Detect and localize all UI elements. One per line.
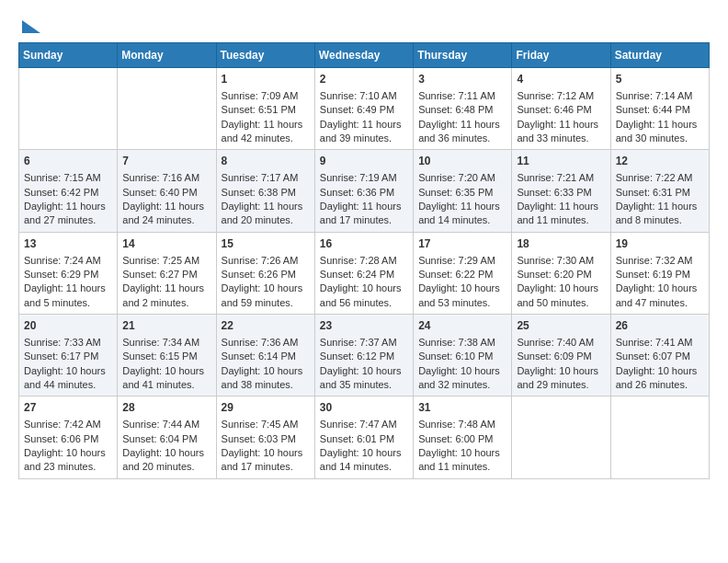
calendar-cell: 18Sunrise: 7:30 AMSunset: 6:20 PMDayligh… <box>512 232 610 314</box>
calendar-cell: 20Sunrise: 7:33 AMSunset: 6:17 PMDayligh… <box>19 315 118 396</box>
calendar-cell: 14Sunrise: 7:25 AMSunset: 6:27 PMDayligh… <box>118 232 216 314</box>
calendar-cell: 31Sunrise: 7:48 AMSunset: 6:00 PMDayligh… <box>414 396 512 478</box>
sunrise-text: Sunrise: 7:24 AM <box>24 255 101 266</box>
sunset-text: Sunset: 6:06 PM <box>24 433 98 444</box>
sunset-text: Sunset: 6:33 PM <box>517 187 591 198</box>
day-number: 9 <box>320 154 408 169</box>
sunrise-text: Sunrise: 7:41 AM <box>616 337 693 348</box>
day-number: 1 <box>222 72 310 87</box>
sunrise-text: Sunrise: 7:28 AM <box>320 255 397 266</box>
sunset-text: Sunset: 6:14 PM <box>222 350 296 362</box>
day-number: 22 <box>222 318 310 334</box>
calendar-cell: 2Sunrise: 7:10 AMSunset: 6:49 PMDaylight… <box>314 68 413 150</box>
sunset-text: Sunset: 6:40 PM <box>122 187 197 198</box>
daylight-text: Daylight: 11 hours and 5 minutes. <box>24 282 106 307</box>
sunrise-text: Sunrise: 7:14 AM <box>616 90 693 101</box>
sunset-text: Sunset: 6:31 PM <box>616 187 690 198</box>
day-number: 31 <box>418 400 506 416</box>
daylight-text: Daylight: 11 hours and 30 minutes. <box>616 119 698 144</box>
sunset-text: Sunset: 6:12 PM <box>320 350 394 362</box>
calendar-day-header: Thursday <box>414 43 512 68</box>
sunrise-text: Sunrise: 7:32 AM <box>616 255 693 266</box>
sunset-text: Sunset: 6:44 PM <box>616 104 690 115</box>
day-number: 12 <box>616 154 704 169</box>
sunrise-text: Sunrise: 7:47 AM <box>320 419 397 430</box>
calendar-week-row: 13Sunrise: 7:24 AMSunset: 6:29 PMDayligh… <box>19 232 710 314</box>
day-number: 10 <box>418 154 506 169</box>
calendar-cell: 4Sunrise: 7:12 AMSunset: 6:46 PMDaylight… <box>512 68 610 150</box>
sunset-text: Sunset: 6:07 PM <box>616 350 690 362</box>
day-number: 20 <box>24 318 112 334</box>
calendar-cell: 16Sunrise: 7:28 AMSunset: 6:24 PMDayligh… <box>314 232 413 314</box>
calendar-cell: 1Sunrise: 7:09 AMSunset: 6:51 PMDaylight… <box>216 68 314 150</box>
calendar-cell: 23Sunrise: 7:37 AMSunset: 6:12 PMDayligh… <box>314 315 413 396</box>
daylight-text: Daylight: 11 hours and 24 minutes. <box>122 201 204 225</box>
day-number: 25 <box>517 318 605 334</box>
daylight-text: Daylight: 10 hours and 29 minutes. <box>517 365 598 390</box>
logo <box>18 18 40 33</box>
calendar-cell: 21Sunrise: 7:34 AMSunset: 6:15 PMDayligh… <box>118 315 216 396</box>
sunrise-text: Sunrise: 7:21 AM <box>517 172 594 183</box>
calendar-cell: 28Sunrise: 7:44 AMSunset: 6:04 PMDayligh… <box>118 396 216 478</box>
daylight-text: Daylight: 10 hours and 50 minutes. <box>517 282 598 307</box>
sunset-text: Sunset: 6:51 PM <box>222 104 296 115</box>
calendar-header-row: SundayMondayTuesdayWednesdayThursdayFrid… <box>19 43 710 68</box>
day-number: 29 <box>222 400 310 416</box>
sunset-text: Sunset: 6:36 PM <box>320 187 394 198</box>
sunset-text: Sunset: 6:17 PM <box>24 350 98 362</box>
day-number: 5 <box>616 72 704 87</box>
sunset-text: Sunset: 6:22 PM <box>418 269 493 280</box>
sunrise-text: Sunrise: 7:10 AM <box>320 90 397 101</box>
daylight-text: Daylight: 11 hours and 11 minutes. <box>517 201 598 225</box>
daylight-text: Daylight: 11 hours and 20 minutes. <box>222 201 303 225</box>
calendar-cell: 19Sunrise: 7:32 AMSunset: 6:19 PMDayligh… <box>610 232 709 314</box>
sunrise-text: Sunrise: 7:17 AM <box>222 172 299 183</box>
sunrise-text: Sunrise: 7:12 AM <box>517 90 594 101</box>
sunset-text: Sunset: 6:42 PM <box>24 187 98 198</box>
calendar-cell: 30Sunrise: 7:47 AMSunset: 6:01 PMDayligh… <box>314 396 413 478</box>
day-number: 3 <box>418 72 506 87</box>
calendar-cell: 24Sunrise: 7:38 AMSunset: 6:10 PMDayligh… <box>414 315 512 396</box>
sunrise-text: Sunrise: 7:19 AM <box>320 172 397 183</box>
daylight-text: Daylight: 11 hours and 2 minutes. <box>122 282 204 307</box>
sunrise-text: Sunrise: 7:36 AM <box>222 337 299 348</box>
sunrise-text: Sunrise: 7:48 AM <box>418 419 495 430</box>
daylight-text: Daylight: 11 hours and 17 minutes. <box>320 201 402 225</box>
calendar-day-header: Sunday <box>19 43 118 68</box>
calendar-day-header: Tuesday <box>216 43 314 68</box>
daylight-text: Daylight: 11 hours and 8 minutes. <box>616 201 698 225</box>
sunrise-text: Sunrise: 7:34 AM <box>122 337 199 348</box>
sunset-text: Sunset: 6:26 PM <box>222 269 296 280</box>
daylight-text: Daylight: 10 hours and 20 minutes. <box>122 447 204 472</box>
day-number: 16 <box>320 236 408 252</box>
calendar-table: SundayMondayTuesdayWednesdayThursdayFrid… <box>18 42 710 479</box>
day-number: 14 <box>122 236 210 252</box>
day-number: 2 <box>320 72 408 87</box>
daylight-text: Daylight: 10 hours and 53 minutes. <box>418 282 500 307</box>
sunset-text: Sunset: 6:03 PM <box>222 433 296 444</box>
daylight-text: Daylight: 10 hours and 56 minutes. <box>320 282 402 307</box>
sunset-text: Sunset: 6:49 PM <box>320 104 394 115</box>
calendar-day-header: Friday <box>512 43 610 68</box>
day-number: 7 <box>122 154 210 169</box>
calendar-cell: 26Sunrise: 7:41 AMSunset: 6:07 PMDayligh… <box>610 315 709 396</box>
sunset-text: Sunset: 6:27 PM <box>122 269 197 280</box>
sunrise-text: Sunrise: 7:44 AM <box>122 419 199 430</box>
sunrise-text: Sunrise: 7:42 AM <box>24 419 101 430</box>
calendar-cell: 17Sunrise: 7:29 AMSunset: 6:22 PMDayligh… <box>414 232 512 314</box>
daylight-text: Daylight: 10 hours and 32 minutes. <box>418 365 500 390</box>
sunrise-text: Sunrise: 7:22 AM <box>616 172 693 183</box>
day-number: 30 <box>320 400 408 416</box>
sunrise-text: Sunrise: 7:26 AM <box>222 255 299 266</box>
daylight-text: Daylight: 11 hours and 39 minutes. <box>320 119 402 144</box>
day-number: 19 <box>616 236 704 252</box>
day-number: 8 <box>222 154 310 169</box>
day-number: 11 <box>517 154 605 169</box>
daylight-text: Daylight: 10 hours and 23 minutes. <box>24 447 106 472</box>
calendar-cell: 3Sunrise: 7:11 AMSunset: 6:48 PMDaylight… <box>414 68 512 150</box>
daylight-text: Daylight: 11 hours and 42 minutes. <box>222 119 303 144</box>
daylight-text: Daylight: 10 hours and 38 minutes. <box>222 365 303 390</box>
calendar-cell <box>610 396 709 478</box>
calendar-cell: 29Sunrise: 7:45 AMSunset: 6:03 PMDayligh… <box>216 396 314 478</box>
sunset-text: Sunset: 6:48 PM <box>418 104 493 115</box>
